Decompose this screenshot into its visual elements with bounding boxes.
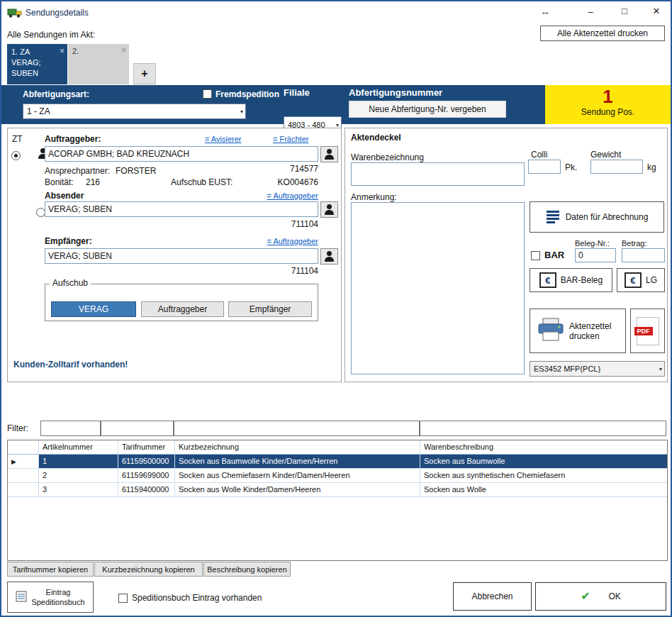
col-header-tarifnummer[interactable]: Tarifnummer <box>118 440 175 454</box>
auftraggeber-input[interactable] <box>45 146 318 162</box>
empfaenger-input[interactable] <box>45 248 318 264</box>
betrag-input[interactable] <box>622 248 665 262</box>
filter-input-warenbeschreibung[interactable] <box>420 421 666 436</box>
billing-list-icon <box>546 209 560 226</box>
shipment-tab-1[interactable]: 1. ZA VERAG; SUBEN <box>7 44 67 84</box>
absender-input[interactable] <box>45 201 318 217</box>
fremdspedition-label: Fremdspedition <box>215 89 279 99</box>
close-tab-icon[interactable] <box>60 45 65 57</box>
bar-checkbox[interactable] <box>531 251 540 260</box>
bonitaet-value: 216 <box>86 177 100 187</box>
filter-input-kurzbezeichnung[interactable] <box>174 421 420 436</box>
new-abfertigungsnummer-button[interactable]: Neue Abfertigung-Nr. vergeben <box>349 101 506 118</box>
absender-auftraggeber-link[interactable]: = Auftraggeber <box>247 191 318 200</box>
cancel-button[interactable]: Abbrechen <box>453 582 532 611</box>
shipments-in-file-label: Alle Sendungen im Akt: <box>7 30 95 40</box>
gewicht-input[interactable] <box>590 160 643 174</box>
cell-artikelnummer: 1 <box>39 455 118 468</box>
colli-input[interactable] <box>528 160 561 174</box>
cell-warenbeschreibung: Socken aus Baumwolle <box>420 455 667 468</box>
auftraggeber-lookup-button[interactable] <box>320 146 338 162</box>
speditionsbuch-checkbox[interactable] <box>118 594 128 603</box>
row-selector-cell <box>8 483 39 496</box>
articles-table: Artikelnummer Tarifnummer Kurzbezeichnun… <box>7 440 668 561</box>
filter-input-tarifnummer[interactable] <box>101 421 174 436</box>
beleg-nr-input[interactable] <box>575 248 616 262</box>
absender-radio[interactable] <box>36 208 45 217</box>
bar-beleg-button[interactable]: € BAR-Beleg <box>530 268 612 292</box>
bar-label: BAR <box>544 250 564 260</box>
person-icon <box>324 251 335 262</box>
aktenzettel-drucken-label: Aktenzettel drucken <box>569 321 619 341</box>
filter-input-artikelnummer[interactable] <box>40 421 101 436</box>
add-shipment-tab-button[interactable]: + <box>133 63 156 84</box>
absender-label: Absender <box>45 191 84 201</box>
row-selector-cell <box>8 469 39 482</box>
colli-label: Colli <box>531 150 547 160</box>
kunden-zolltarif-note: Kunden-Zolltarif vorhanden! <box>13 360 128 369</box>
absender-lookup-button[interactable] <box>320 201 338 218</box>
eintrag-speditionsbuch-button[interactable]: Eintrag Speditionsbuch <box>7 582 94 613</box>
speditionsbuch-checkbox-label: Speditionsbuch Eintrag vorhanden <box>132 593 262 603</box>
euro-document-icon: € <box>625 272 642 288</box>
aktendeckel-title: Aktendeckel <box>351 133 401 143</box>
aufschub-auftraggeber-button[interactable]: Auftraggeber <box>141 301 224 317</box>
ansprechpartner-label: Ansprechpartner: <box>45 166 110 176</box>
fremdspedition-checkbox[interactable] <box>203 89 212 99</box>
aufschub-verag-button[interactable]: VERAG <box>51 301 136 317</box>
auftraggeber-radio[interactable] <box>11 151 21 160</box>
minimize-icon[interactable]: – <box>583 6 598 17</box>
pdf-icon: PDF <box>637 317 659 345</box>
copy-kurzbezeichnung-button[interactable]: Kurzbezeichnung kopieren <box>94 562 203 577</box>
col-header-kurzbezeichnung[interactable]: Kurzbezeichnung <box>175 440 420 454</box>
close-tab-icon[interactable] <box>121 45 126 55</box>
abfertigungsart-select[interactable]: 1 - ZA <box>23 104 246 119</box>
table-row[interactable]: 2 61159699000 Socken aus Chemiefasern Ki… <box>8 469 667 483</box>
copy-beschreibung-button[interactable]: Beschreibung kopieren <box>203 562 291 577</box>
cell-tarifnummer: 61159500000 <box>118 455 175 468</box>
sendung-position-value: 1 <box>545 87 671 107</box>
table-row[interactable]: 3 61159400000 Socken aus Wolle Kinder/Da… <box>8 483 667 497</box>
auftraggeber-label: Auftraggeber: <box>45 134 101 144</box>
aufschub-empfaenger-button[interactable]: Empfänger <box>228 301 312 317</box>
tab1-line2: VERAG; <box>11 57 63 68</box>
print-all-aktenzettel-button[interactable]: Alle Aktenzettel drucken <box>540 26 665 41</box>
ok-check-icon <box>581 591 590 602</box>
printer-select[interactable]: ES3452 MFP(PCL) <box>530 361 665 377</box>
maximize-icon[interactable]: □ <box>617 6 632 16</box>
warenbezeichnung-label: Warenbezeichnung <box>351 152 424 162</box>
empfaenger-auftraggeber-link[interactable]: = Auftraggeber <box>247 237 318 245</box>
daten-fuer-abrechnung-button[interactable]: Daten für Abrechnung <box>530 201 664 233</box>
copy-tarifnummer-button[interactable]: Tarifnummer kopieren <box>7 562 94 577</box>
pk-label: Pk. <box>565 162 577 172</box>
restore-icon[interactable]: ↔ <box>537 6 553 17</box>
avisierer-link[interactable]: = Avisierer <box>205 135 241 143</box>
cell-tarifnummer: 61159699000 <box>118 469 175 482</box>
ok-button[interactable]: OK <box>535 582 666 611</box>
shipment-tab-2[interactable]: 2. <box>68 44 129 84</box>
daten-fuer-abrechnung-label: Daten für Abrechnung <box>566 212 649 222</box>
pdf-button[interactable]: PDF <box>630 308 665 353</box>
table-row[interactable]: 1 61159500000 Socken aus Baumwolle Kinde… <box>8 455 667 469</box>
close-icon[interactable]: ✕ <box>649 6 664 16</box>
cell-warenbeschreibung: Socken aus synthetischen Chemiefasern <box>420 469 667 482</box>
fraechter-link[interactable]: = Frächter <box>273 135 308 143</box>
anmerkung-textarea[interactable] <box>351 202 525 374</box>
kg-label: kg <box>647 162 656 172</box>
col-header-artikelnummer[interactable]: Artikelnummer <box>39 440 118 454</box>
app-logo-icon <box>7 6 23 21</box>
sped-button-line1: Eintrag <box>31 587 84 597</box>
aufschub-group: Aufschub VERAG Auftraggeber Empfänger <box>45 284 318 321</box>
cell-artikelnummer: 3 <box>39 483 118 496</box>
sendung-position-box: 1 Sendung Pos. <box>545 85 671 124</box>
tab2-line1: 2. <box>72 47 125 55</box>
warenbezeichnung-input[interactable] <box>351 162 525 186</box>
empfaenger-lookup-button[interactable] <box>320 248 338 265</box>
printer-value: ES3452 MFP(PCL) <box>534 365 600 373</box>
col-header-warenbeschreibung[interactable]: Warenbeschreibung <box>420 440 667 454</box>
lg-button[interactable]: € LG <box>617 268 665 292</box>
person-icon <box>324 149 335 160</box>
aktendeckel-panel: Aktendeckel Warenbezeichnung Anmerkung: … <box>345 128 668 382</box>
aktenzettel-drucken-button[interactable]: Aktenzettel drucken <box>530 308 626 353</box>
empfaenger-number: 711104 <box>247 266 318 276</box>
